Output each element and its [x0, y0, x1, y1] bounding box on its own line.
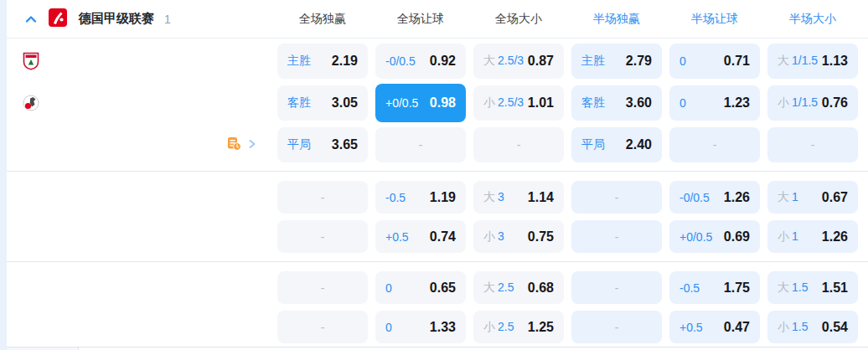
odds-cell[interactable]: 大31.14 — [473, 181, 564, 214]
odds-cell[interactable]: +0/0.50.69 — [669, 220, 760, 253]
odds-cell[interactable]: -0.51.19 — [375, 181, 466, 214]
odds-cell[interactable]: 01.23 — [669, 85, 760, 121]
odds-cell[interactable]: 小2.5/31.01 — [473, 85, 564, 121]
odds-value: 0.65 — [430, 281, 456, 296]
empty-dash: - — [419, 138, 423, 152]
league-odds-card: 德国甲级联赛 1 全场独赢 全场让球 全场大小 半场独赢 半场让球 半场大小 主… — [7, 0, 868, 350]
over-under-line: 2.5 — [498, 320, 514, 333]
odds-value: 1.14 — [528, 190, 554, 205]
over-under-side: 大 — [483, 190, 495, 203]
odds-line-label: 小3 — [483, 229, 504, 244]
odds-cell[interactable]: 大10.67 — [767, 181, 858, 214]
handicap-label: +0/0.5 — [679, 230, 712, 244]
odds-cell[interactable]: 小1/1.50.76 — [767, 85, 858, 121]
away-team-row[interactable] — [7, 82, 270, 124]
odds-cell-empty: - — [277, 271, 368, 304]
empty-dash: - — [517, 138, 521, 152]
odds-cell[interactable]: 平局3.65 — [277, 127, 368, 162]
odds-line-label: 小2.5/3 — [483, 95, 524, 111]
handicap-label: +0/0.5 — [385, 96, 418, 110]
odds-value: 0.87 — [528, 54, 554, 69]
odds-value: 1.25 — [528, 320, 554, 335]
over-under-side: 大 — [483, 281, 495, 294]
more-markets-link[interactable] — [227, 136, 256, 154]
over-under-side: 大 — [483, 54, 495, 67]
odds-cell[interactable]: +0.50.74 — [375, 220, 466, 253]
odds-value: 3.05 — [332, 95, 358, 111]
info-spacer — [7, 217, 270, 256]
over-under-line: 2.5 — [498, 281, 514, 294]
over-under-side: 小 — [483, 229, 495, 243]
empty-dash: - — [615, 191, 619, 204]
collapse-league-button[interactable] — [22, 10, 40, 28]
page-left-gutter — [0, 0, 7, 350]
odds-cell[interactable]: 主胜2.19 — [277, 44, 368, 79]
odds-cell[interactable]: 小1.50.54 — [767, 311, 858, 343]
odds-cell[interactable]: 大2.5/30.87 — [473, 44, 564, 79]
odds-sections: 主胜2.19-0/0.50.92大2.5/30.87主胜2.7900.71大1/… — [7, 39, 868, 347]
odds-row: 平局3.65--平局2.40-- — [7, 124, 868, 166]
odds-line-label: 大1.5 — [778, 281, 808, 296]
over-under-line: 1.5 — [792, 281, 808, 294]
home-team-row[interactable] — [7, 40, 270, 82]
odds-value: 3.60 — [626, 95, 652, 111]
over-under-side: 小 — [483, 320, 495, 333]
info-spacer — [7, 307, 270, 347]
odds-cell[interactable]: -0/0.50.92 — [375, 44, 466, 79]
odds-cell[interactable]: 大1.51.51 — [767, 271, 858, 304]
odds-value: 2.40 — [626, 137, 652, 152]
empty-dash: - — [713, 138, 717, 152]
outcome-label: 平局 — [287, 137, 311, 152]
odds-cell[interactable]: 小30.75 — [473, 220, 564, 253]
odds-cell[interactable]: 平局2.40 — [571, 127, 662, 162]
info-spacer — [7, 178, 270, 217]
handicap-label: -0.5 — [679, 281, 700, 295]
info-spacer — [7, 268, 270, 307]
odds-cell[interactable]: 00.65 — [375, 271, 466, 304]
empty-dash: - — [615, 281, 619, 295]
odds-cell[interactable]: 客胜3.60 — [571, 85, 662, 121]
odds-value: 1.23 — [724, 95, 750, 111]
odds-cell[interactable]: +0/0.50.98 — [375, 84, 466, 122]
league-match-count: 1 — [164, 13, 171, 26]
odds-row: -00.65大2.50.68--0.51.75大1.51.51 — [7, 268, 868, 307]
odds-value: 0.47 — [724, 320, 750, 335]
odds-cell[interactable]: 客胜3.05 — [277, 85, 368, 121]
column-header-half-handicap: 半场让球 — [669, 12, 760, 27]
odds-cell[interactable]: 00.71 — [669, 44, 760, 79]
odds-value: 0.54 — [822, 320, 848, 335]
odds-history-icon — [227, 136, 241, 154]
handicap-label: +0.5 — [385, 230, 409, 244]
league-info: 德国甲级联赛 1 — [7, 8, 270, 30]
odds-cell[interactable]: 小2.51.25 — [473, 311, 564, 343]
odds-value: 0.75 — [528, 229, 554, 244]
over-under-side: 大 — [778, 281, 789, 294]
odds-cell-empty: - — [473, 127, 564, 162]
odds-value: 3.65 — [332, 137, 358, 152]
odds-cell[interactable]: -0.51.75 — [669, 271, 760, 304]
empty-dash: - — [615, 230, 619, 244]
odds-value: 0.68 — [528, 281, 554, 296]
odds-cell[interactable]: 大2.50.68 — [473, 271, 564, 304]
over-under-line: 1/1.5 — [792, 54, 818, 67]
odds-cell[interactable]: +0.50.47 — [669, 311, 760, 343]
odds-value: 0.92 — [430, 54, 456, 69]
odds-cell[interactable]: -0/0.51.26 — [669, 181, 760, 214]
over-under-side: 大 — [778, 190, 789, 203]
odds-cell-empty: - — [375, 127, 466, 162]
odds-cell-empty: - — [767, 127, 858, 162]
odds-cell[interactable]: 01.33 — [375, 311, 466, 343]
odds-cell[interactable]: 主胜2.79 — [571, 44, 662, 79]
odds-line-label: 大2.5 — [483, 281, 514, 296]
odds-cell[interactable]: 小11.26 — [767, 220, 858, 253]
odds-cell-empty: - — [277, 181, 368, 214]
outcome-label: 主胜 — [287, 54, 311, 69]
column-header-full-handicap: 全场让球 — [375, 12, 466, 27]
odds-cell[interactable]: 大1/1.51.13 — [767, 44, 858, 79]
next-section-edge — [7, 347, 868, 350]
league-header-row: 德国甲级联赛 1 全场独赢 全场让球 全场大小 半场独赢 半场让球 半场大小 — [7, 0, 868, 39]
empty-dash: - — [811, 138, 815, 152]
odds-line-label: 大2.5/3 — [483, 54, 524, 69]
handicap-label: 0 — [679, 96, 686, 110]
column-header-full-win: 全场独赢 — [277, 12, 368, 27]
